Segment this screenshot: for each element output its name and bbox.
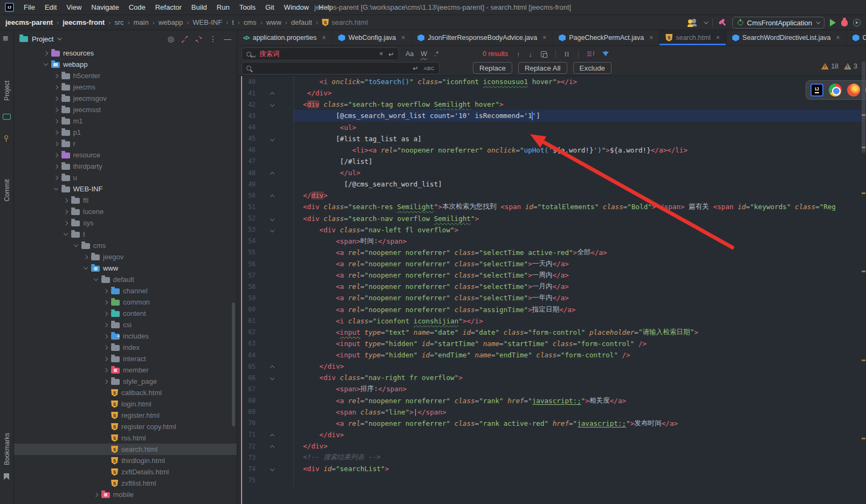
replace-input[interactable]: ↵ ABC: [242, 62, 439, 74]
tree-item-csi[interactable]: csi: [14, 319, 237, 330]
line-number[interactable]: 46: [242, 146, 256, 154]
tree-item-common[interactable]: common: [14, 296, 237, 308]
chevron-right-icon[interactable]: [63, 197, 69, 204]
commit-branch-icon[interactable]: [4, 135, 8, 139]
code-line-72[interactable]: 72</div>: [237, 440, 866, 452]
menu-item-file[interactable]: File: [19, 3, 40, 11]
code-line-65[interactable]: 65</div>: [237, 361, 866, 372]
chevron-right-icon[interactable]: [102, 288, 109, 294]
run-configuration-select[interactable]: CmsFrontApplication: [732, 17, 824, 29]
line-number[interactable]: 64: [242, 351, 256, 359]
intellij-browser-icon[interactable]: IJ: [810, 84, 823, 96]
chevron-right-icon[interactable]: [53, 84, 59, 91]
line-number[interactable]: 57: [242, 272, 256, 279]
close-tab-icon[interactable]: ×: [649, 34, 653, 42]
chevron-right-icon[interactable]: [102, 344, 109, 351]
line-number[interactable]: 54: [242, 237, 256, 245]
code-line-40[interactable]: 40<i onclick="toSearch()" class="iconfon…: [237, 76, 866, 87]
chevron-right-icon[interactable]: [53, 141, 59, 147]
stripe-label-commit[interactable]: Commit: [3, 179, 11, 201]
breadcrumb-item[interactable]: t: [232, 18, 234, 26]
fold-close-icon[interactable]: [270, 365, 274, 370]
code-editor[interactable]: 40<i onclick="toSearch()" class="iconfon…: [237, 76, 866, 504]
breadcrumb-item[interactable]: WEB-INF: [193, 18, 222, 26]
code-line-69[interactable]: 69<span class="line">|</span>: [237, 406, 866, 418]
line-number[interactable]: 53: [242, 226, 256, 233]
chevron-right-icon[interactable]: [53, 129, 59, 136]
tab-PageCheckPermAct.java[interactable]: PageCheckPermAct.java×: [553, 30, 659, 45]
in-selection-toggle[interactable]: II: [565, 50, 569, 58]
code-line-61[interactable]: 61<i class="iconfont iconshijian"></i>: [237, 315, 866, 327]
chevron-right-icon[interactable]: [102, 378, 109, 385]
tab-SearchWordDirectiveList.java[interactable]: SearchWordDirectiveList.java×: [726, 30, 847, 45]
menu-item-window[interactable]: Window: [279, 3, 314, 11]
line-number[interactable]: 42: [242, 101, 256, 108]
code-line-67[interactable]: 67<span>排序:</span>: [237, 383, 866, 395]
tree-item-www[interactable]: www: [14, 263, 237, 274]
locate-file-icon[interactable]: ◎: [168, 35, 174, 43]
line-number[interactable]: 50: [242, 192, 256, 199]
tree-item-login.html[interactable]: 5login.html: [14, 398, 237, 410]
line-number[interactable]: 68: [242, 397, 256, 404]
tree-item-register copy.html[interactable]: 5register copy.html: [14, 421, 237, 432]
chevron-right-icon[interactable]: [102, 322, 109, 328]
line-number[interactable]: 48: [242, 169, 256, 177]
fold-close-icon[interactable]: [270, 92, 274, 96]
bookmark-icon[interactable]: [4, 473, 9, 480]
menu-item-tools[interactable]: Tools: [235, 3, 260, 11]
newline-icon[interactable]: ↵: [389, 50, 394, 58]
fold-open-icon[interactable]: [270, 467, 274, 471]
line-number[interactable]: 45: [242, 135, 256, 142]
code-line-50[interactable]: 50</div>: [237, 190, 866, 201]
code-line-74[interactable]: 74<div id="searchList">: [237, 463, 866, 474]
multiline-search-icon[interactable]: [587, 51, 594, 57]
close-tab-icon[interactable]: ×: [322, 34, 326, 42]
line-number[interactable]: 66: [242, 374, 256, 382]
editor-scrollbar[interactable]: [861, 60, 865, 504]
tree-item-resources[interactable]: resources: [14, 47, 237, 59]
code-line-44[interactable]: 44<ul>: [237, 122, 866, 133]
chevron-right-icon[interactable]: [83, 254, 89, 260]
line-number[interactable]: 41: [242, 89, 256, 97]
tree-item-t[interactable]: t: [14, 229, 237, 240]
regex-toggle[interactable]: .*: [434, 50, 438, 58]
line-number[interactable]: 74: [242, 465, 256, 473]
tree-item-ftl[interactable]: ftl: [14, 195, 237, 206]
menu-item-code[interactable]: Code: [124, 3, 150, 11]
fold-close-icon[interactable]: [270, 195, 274, 199]
search-history-chevron-icon[interactable]: [252, 53, 256, 57]
exclude-button[interactable]: Exclude: [573, 62, 611, 74]
chevron-right-icon[interactable]: [63, 220, 69, 226]
code-line-52[interactable]: 52<div class="search-nav overflow Semili…: [237, 213, 866, 224]
line-number[interactable]: 59: [242, 294, 256, 302]
tree-item-WEB-INF[interactable]: WEB-INF: [14, 183, 237, 195]
breadcrumb-item[interactable]: main: [134, 18, 149, 26]
close-tab-icon[interactable]: ×: [716, 34, 720, 42]
line-number[interactable]: 62: [242, 328, 256, 336]
line-number[interactable]: 69: [242, 408, 256, 416]
menu-item-refactor[interactable]: Refactor: [150, 3, 187, 11]
chevron-right-icon[interactable]: [53, 73, 59, 79]
tree-item-thirdlogin.html[interactable]: 5thirdlogin.html: [14, 455, 237, 466]
tree-item-resource[interactable]: resource: [14, 149, 237, 161]
breadcrumb-file[interactable]: search.html: [332, 18, 368, 26]
breadcrumb-item[interactable]: src: [114, 18, 123, 26]
chevron-right-icon[interactable]: [53, 118, 59, 125]
code-line-73[interactable]: 73<!-- 搜索结果列表 -->: [237, 452, 866, 463]
code-line-46[interactable]: 46<li><a rel="noopener noreferrer" oncli…: [237, 144, 866, 156]
chevron-right-icon[interactable]: [102, 310, 109, 317]
breadcrumb-item[interactable]: default: [291, 18, 312, 26]
run-with-coverage-button[interactable]: [853, 19, 861, 26]
tree-item-member[interactable]: member: [14, 364, 237, 376]
whole-words-toggle[interactable]: W: [421, 50, 427, 58]
line-number[interactable]: 73: [242, 454, 256, 461]
line-number[interactable]: 52: [242, 215, 256, 222]
expand-all-icon[interactable]: ↗↙: [181, 36, 188, 43]
chevron-right-icon[interactable]: [102, 367, 109, 374]
tree-item-thirdparty[interactable]: thirdparty: [14, 161, 237, 172]
tree-item-lucene[interactable]: lucene: [14, 206, 237, 217]
line-number[interactable]: 60: [242, 306, 256, 313]
fold-open-icon[interactable]: [270, 216, 274, 220]
tab-Content.java[interactable]: Content.java×: [847, 30, 866, 45]
code-line-43[interactable]: 43[@cms_search_word_list count='10' isRe…: [237, 110, 866, 121]
